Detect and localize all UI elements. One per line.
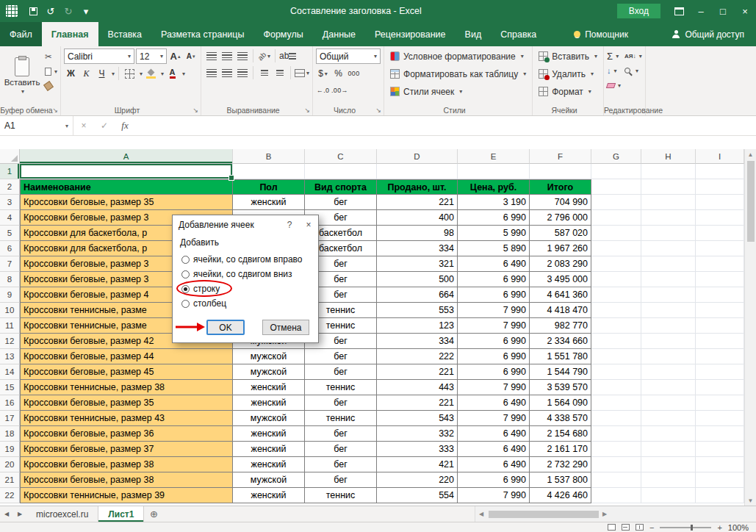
- selected-cell-A1[interactable]: [20, 164, 233, 179]
- cell-I5[interactable]: [696, 226, 744, 241]
- cancel-entry-button[interactable]: ×: [73, 116, 94, 135]
- cell-D21[interactable]: 220: [377, 472, 458, 488]
- cell-F18[interactable]: 2 154 680: [530, 426, 591, 442]
- cell-G20[interactable]: [591, 457, 641, 472]
- decrease-indent-button[interactable]: [257, 65, 271, 80]
- copy-button[interactable]: ▾: [45, 65, 57, 77]
- cell-D18[interactable]: 332: [377, 426, 458, 442]
- cell-I8[interactable]: [696, 272, 744, 287]
- cell-B2[interactable]: Пол: [233, 179, 305, 195]
- cell-G7[interactable]: [591, 256, 641, 272]
- dialog-launcher-icon[interactable]: ↘: [375, 107, 381, 114]
- scroll-down-icon[interactable]: ▼: [748, 495, 754, 506]
- redo-button[interactable]: ↻: [60, 0, 77, 22]
- cell-I3[interactable]: [696, 195, 744, 210]
- assistant-tab[interactable]: Помощник: [565, 22, 637, 46]
- cell-B13[interactable]: мужской: [233, 349, 305, 364]
- cell-H18[interactable]: [641, 426, 696, 442]
- column-header-A[interactable]: A: [20, 149, 233, 164]
- formula-input[interactable]: [135, 116, 756, 135]
- align-left-button[interactable]: [204, 65, 218, 80]
- row-header-7[interactable]: 7: [0, 256, 20, 272]
- cell-I2[interactable]: [696, 179, 744, 195]
- cell-E13[interactable]: 6 990: [458, 349, 530, 364]
- cell-C17[interactable]: теннис: [305, 411, 377, 426]
- cell-E21[interactable]: 6 990: [458, 472, 530, 488]
- row-header-22[interactable]: 22: [0, 488, 20, 503]
- ribbon-tab[interactable]: Формулы: [253, 22, 312, 46]
- cell-G17[interactable]: [591, 411, 641, 426]
- cell-E14[interactable]: 6 990: [458, 364, 530, 380]
- cell-I1[interactable]: [696, 164, 744, 179]
- row-header-19[interactable]: 19: [0, 442, 20, 457]
- dialog-help-button[interactable]: ?: [280, 215, 299, 234]
- row-header-10[interactable]: 10: [0, 303, 20, 318]
- row-header-13[interactable]: 13: [0, 349, 20, 364]
- name-box[interactable]: A1▾: [0, 116, 73, 135]
- cell-D7[interactable]: 321: [377, 256, 458, 272]
- cell-A18[interactable]: Кроссовки беговые, размер 36: [20, 426, 233, 442]
- cell-F5[interactable]: 587 020: [530, 226, 591, 241]
- share-button[interactable]: Общий доступ: [660, 22, 756, 46]
- ok-button[interactable]: OK: [206, 320, 245, 335]
- cell-A14[interactable]: Кроссовки беговые, размер 45: [20, 364, 233, 380]
- cell-B1[interactable]: [233, 164, 305, 179]
- cell-I14[interactable]: [696, 364, 744, 380]
- sort-filter-button[interactable]: АЯ↓▾: [624, 50, 642, 62]
- format-button[interactable]: Формат▾: [536, 84, 600, 99]
- cell-I20[interactable]: [696, 457, 744, 472]
- cell-D14[interactable]: 221: [377, 364, 458, 380]
- scroll-up-icon[interactable]: ▲: [748, 149, 754, 159]
- comma-format-button[interactable]: 000: [347, 66, 361, 81]
- cell-F10[interactable]: 4 418 470: [530, 303, 591, 318]
- cell-H20[interactable]: [641, 457, 696, 472]
- cell-H12[interactable]: [641, 334, 696, 349]
- cell-G1[interactable]: [591, 164, 641, 179]
- cell-H16[interactable]: [641, 395, 696, 411]
- cell-I18[interactable]: [696, 426, 744, 442]
- cell-F22[interactable]: 4 426 460: [530, 488, 591, 503]
- cell-I21[interactable]: [696, 472, 744, 488]
- sign-in-button[interactable]: Вход: [617, 4, 660, 18]
- cell-D20[interactable]: 421: [377, 457, 458, 472]
- cell-E11[interactable]: 7 990: [458, 318, 530, 334]
- cell-G14[interactable]: [591, 364, 641, 380]
- row-header-20[interactable]: 20: [0, 457, 20, 472]
- cell-A15[interactable]: Кроссовки теннисные, размер 38: [20, 380, 233, 395]
- cell-G22[interactable]: [591, 488, 641, 503]
- row-header-3[interactable]: 3: [0, 195, 20, 210]
- cell-I9[interactable]: [696, 287, 744, 303]
- decrease-decimal-button[interactable]: .00→: [331, 83, 348, 98]
- cell-C13[interactable]: бег: [305, 349, 377, 364]
- column-header-D[interactable]: D: [377, 149, 458, 164]
- cell-D9[interactable]: 664: [377, 287, 458, 303]
- cell-G4[interactable]: [591, 210, 641, 226]
- vertical-scrollbar[interactable]: ▲ ▼: [744, 149, 756, 506]
- cell-G18[interactable]: [591, 426, 641, 442]
- cell-E6[interactable]: 5 890: [458, 241, 530, 256]
- cell-G13[interactable]: [591, 349, 641, 364]
- ribbon-tab[interactable]: Рецензирование: [365, 22, 456, 46]
- cell-E15[interactable]: 7 990: [458, 380, 530, 395]
- cell-F16[interactable]: 1 564 090: [530, 395, 591, 411]
- cell-I17[interactable]: [696, 411, 744, 426]
- cell-E16[interactable]: 6 490: [458, 395, 530, 411]
- zoom-slider[interactable]: [660, 527, 711, 528]
- cell-H7[interactable]: [641, 256, 696, 272]
- cell-E22[interactable]: 7 990: [458, 488, 530, 503]
- cell-G19[interactable]: [591, 442, 641, 457]
- align-middle-button[interactable]: [220, 48, 234, 63]
- cell-H10[interactable]: [641, 303, 696, 318]
- decrease-font-size-button[interactable]: А▾: [184, 49, 198, 64]
- cell-F11[interactable]: 982 770: [530, 318, 591, 334]
- cell-E4[interactable]: 6 990: [458, 210, 530, 226]
- cell-H1[interactable]: [641, 164, 696, 179]
- cell-F14[interactable]: 1 544 790: [530, 364, 591, 380]
- cell-I22[interactable]: [696, 488, 744, 503]
- fill-button[interactable]: ↓▾: [607, 65, 621, 76]
- cell-D3[interactable]: 221: [377, 195, 458, 210]
- cell-A13[interactable]: Кроссовки беговые, размер 44: [20, 349, 233, 364]
- cell-E17[interactable]: 7 990: [458, 411, 530, 426]
- clear-button[interactable]: ▾: [607, 79, 621, 91]
- cell-F3[interactable]: 704 990: [530, 195, 591, 210]
